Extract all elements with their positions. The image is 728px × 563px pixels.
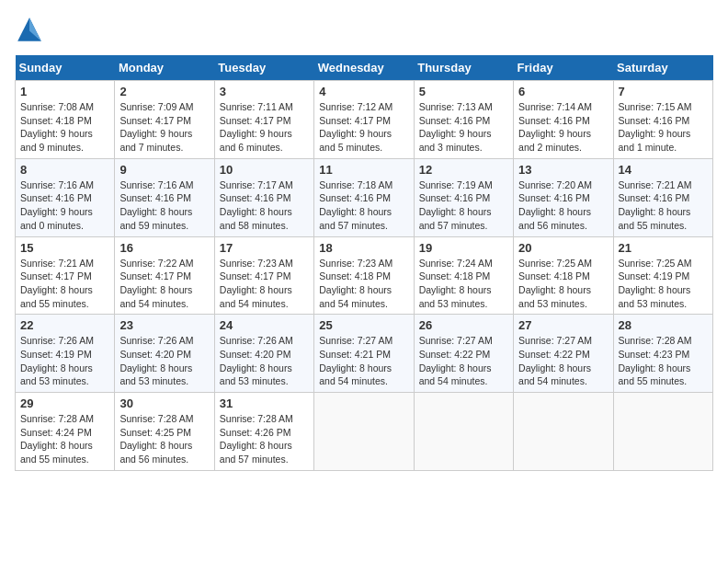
week-row-5: 29Sunrise: 7:28 AMSunset: 4:24 PMDayligh… (16, 393, 713, 471)
calendar-cell: 15Sunrise: 7:21 AMSunset: 4:17 PMDayligh… (16, 236, 115, 315)
column-header-wednesday: Wednesday (314, 55, 414, 81)
column-header-sunday: Sunday (16, 55, 115, 81)
day-info: Sunrise: 7:26 AMSunset: 4:19 PMDaylight:… (20, 334, 109, 388)
calendar-body: 1Sunrise: 7:08 AMSunset: 4:18 PMDaylight… (16, 81, 713, 471)
week-row-4: 22Sunrise: 7:26 AMSunset: 4:19 PMDayligh… (16, 315, 713, 393)
column-header-thursday: Thursday (414, 55, 513, 81)
day-number: 15 (20, 241, 109, 255)
day-info: Sunrise: 7:08 AMSunset: 4:18 PMDaylight:… (20, 100, 109, 155)
day-info: Sunrise: 7:26 AMSunset: 4:20 PMDaylight:… (119, 334, 209, 388)
calendar-cell: 22Sunrise: 7:26 AMSunset: 4:19 PMDayligh… (16, 315, 115, 393)
day-number: 8 (20, 163, 109, 177)
column-header-saturday: Saturday (613, 55, 712, 81)
week-row-2: 8Sunrise: 7:16 AMSunset: 4:16 PMDaylight… (16, 158, 713, 236)
day-number: 20 (518, 241, 608, 255)
day-number: 29 (20, 396, 109, 410)
day-info: Sunrise: 7:20 AMSunset: 4:16 PMDaylight:… (518, 178, 608, 233)
calendar-cell: 18Sunrise: 7:23 AMSunset: 4:18 PMDayligh… (314, 236, 414, 315)
day-info: Sunrise: 7:11 AMSunset: 4:17 PMDaylight:… (220, 100, 309, 155)
calendar-cell: 11Sunrise: 7:18 AMSunset: 4:16 PMDayligh… (314, 158, 414, 236)
week-row-1: 1Sunrise: 7:08 AMSunset: 4:18 PMDaylight… (16, 81, 713, 159)
day-info: Sunrise: 7:24 AMSunset: 4:18 PMDaylight:… (419, 257, 508, 311)
day-info: Sunrise: 7:26 AMSunset: 4:20 PMDaylight:… (220, 334, 309, 388)
column-header-monday: Monday (115, 55, 214, 81)
calendar-cell: 20Sunrise: 7:25 AMSunset: 4:18 PMDayligh… (514, 236, 613, 315)
day-number: 26 (419, 318, 508, 332)
calendar-cell: 23Sunrise: 7:26 AMSunset: 4:20 PMDayligh… (115, 315, 214, 393)
day-number: 23 (119, 318, 209, 332)
day-info: Sunrise: 7:21 AMSunset: 4:16 PMDaylight:… (619, 178, 708, 233)
calendar-cell: 27Sunrise: 7:27 AMSunset: 4:22 PMDayligh… (514, 315, 613, 393)
calendar-cell: 5Sunrise: 7:13 AMSunset: 4:16 PMDaylight… (414, 81, 513, 159)
week-row-3: 15Sunrise: 7:21 AMSunset: 4:17 PMDayligh… (16, 236, 713, 315)
calendar-cell: 2Sunrise: 7:09 AMSunset: 4:17 PMDaylight… (115, 81, 214, 159)
calendar-cell (314, 393, 414, 471)
day-info: Sunrise: 7:28 AMSunset: 4:25 PMDaylight:… (119, 412, 209, 466)
day-number: 24 (220, 318, 309, 332)
calendar-cell: 19Sunrise: 7:24 AMSunset: 4:18 PMDayligh… (414, 236, 513, 315)
calendar-cell: 17Sunrise: 7:23 AMSunset: 4:17 PMDayligh… (214, 236, 313, 315)
day-info: Sunrise: 7:17 AMSunset: 4:16 PMDaylight:… (220, 178, 309, 233)
logo (15, 15, 48, 44)
day-number: 4 (319, 85, 408, 98)
day-info: Sunrise: 7:28 AMSunset: 4:23 PMDaylight:… (619, 334, 708, 388)
day-info: Sunrise: 7:12 AMSunset: 4:17 PMDaylight:… (319, 100, 408, 155)
day-number: 18 (319, 241, 408, 255)
day-number: 7 (619, 85, 708, 98)
calendar-cell (414, 393, 513, 471)
day-info: Sunrise: 7:21 AMSunset: 4:17 PMDaylight:… (20, 257, 109, 311)
calendar-header-row: SundayMondayTuesdayWednesdayThursdayFrid… (16, 55, 713, 81)
day-number: 25 (319, 318, 408, 332)
day-number: 19 (419, 241, 508, 255)
column-header-friday: Friday (514, 55, 613, 81)
day-number: 16 (119, 241, 209, 255)
day-info: Sunrise: 7:15 AMSunset: 4:16 PMDaylight:… (619, 100, 708, 155)
calendar-cell: 6Sunrise: 7:14 AMSunset: 4:16 PMDaylight… (514, 81, 613, 159)
calendar-cell: 12Sunrise: 7:19 AMSunset: 4:16 PMDayligh… (414, 158, 513, 236)
calendar-cell: 24Sunrise: 7:26 AMSunset: 4:20 PMDayligh… (214, 315, 313, 393)
calendar-cell: 13Sunrise: 7:20 AMSunset: 4:16 PMDayligh… (514, 158, 613, 236)
calendar-cell: 25Sunrise: 7:27 AMSunset: 4:21 PMDayligh… (314, 315, 414, 393)
day-number: 3 (220, 85, 309, 98)
day-number: 10 (220, 163, 309, 177)
calendar-cell: 21Sunrise: 7:25 AMSunset: 4:19 PMDayligh… (613, 236, 712, 315)
day-info: Sunrise: 7:18 AMSunset: 4:16 PMDaylight:… (319, 178, 408, 233)
calendar-cell: 8Sunrise: 7:16 AMSunset: 4:16 PMDaylight… (16, 158, 115, 236)
day-number: 28 (619, 318, 708, 332)
day-info: Sunrise: 7:27 AMSunset: 4:21 PMDaylight:… (319, 334, 408, 388)
calendar-cell: 29Sunrise: 7:28 AMSunset: 4:24 PMDayligh… (16, 393, 115, 471)
page-header (15, 15, 713, 44)
calendar-cell: 30Sunrise: 7:28 AMSunset: 4:25 PMDayligh… (115, 393, 214, 471)
column-header-tuesday: Tuesday (214, 55, 313, 81)
calendar-cell: 14Sunrise: 7:21 AMSunset: 4:16 PMDayligh… (613, 158, 712, 236)
day-number: 9 (119, 163, 209, 177)
day-number: 12 (419, 163, 508, 177)
day-number: 2 (119, 85, 209, 98)
day-number: 17 (220, 241, 309, 255)
calendar-cell: 9Sunrise: 7:16 AMSunset: 4:16 PMDaylight… (115, 158, 214, 236)
day-number: 13 (518, 163, 608, 177)
calendar-cell (613, 393, 712, 471)
calendar-cell: 16Sunrise: 7:22 AMSunset: 4:17 PMDayligh… (115, 236, 214, 315)
day-number: 21 (619, 241, 708, 255)
calendar-cell: 28Sunrise: 7:28 AMSunset: 4:23 PMDayligh… (613, 315, 712, 393)
day-info: Sunrise: 7:28 AMSunset: 4:24 PMDaylight:… (20, 412, 109, 466)
day-info: Sunrise: 7:19 AMSunset: 4:16 PMDaylight:… (419, 178, 508, 233)
calendar-cell: 3Sunrise: 7:11 AMSunset: 4:17 PMDaylight… (214, 81, 313, 159)
day-info: Sunrise: 7:27 AMSunset: 4:22 PMDaylight:… (419, 334, 508, 388)
calendar-cell: 10Sunrise: 7:17 AMSunset: 4:16 PMDayligh… (214, 158, 313, 236)
day-info: Sunrise: 7:23 AMSunset: 4:18 PMDaylight:… (319, 257, 408, 311)
day-info: Sunrise: 7:14 AMSunset: 4:16 PMDaylight:… (518, 100, 608, 155)
calendar-cell: 31Sunrise: 7:28 AMSunset: 4:26 PMDayligh… (214, 393, 313, 471)
calendar-cell: 7Sunrise: 7:15 AMSunset: 4:16 PMDaylight… (613, 81, 712, 159)
day-number: 22 (20, 318, 109, 332)
calendar-cell: 1Sunrise: 7:08 AMSunset: 4:18 PMDaylight… (16, 81, 115, 159)
calendar-cell: 26Sunrise: 7:27 AMSunset: 4:22 PMDayligh… (414, 315, 513, 393)
day-number: 27 (518, 318, 608, 332)
day-info: Sunrise: 7:13 AMSunset: 4:16 PMDaylight:… (419, 100, 508, 155)
day-number: 5 (419, 85, 508, 98)
day-info: Sunrise: 7:09 AMSunset: 4:17 PMDaylight:… (119, 100, 209, 155)
day-info: Sunrise: 7:16 AMSunset: 4:16 PMDaylight:… (20, 178, 109, 233)
day-number: 14 (619, 163, 708, 177)
calendar-cell: 4Sunrise: 7:12 AMSunset: 4:17 PMDaylight… (314, 81, 414, 159)
